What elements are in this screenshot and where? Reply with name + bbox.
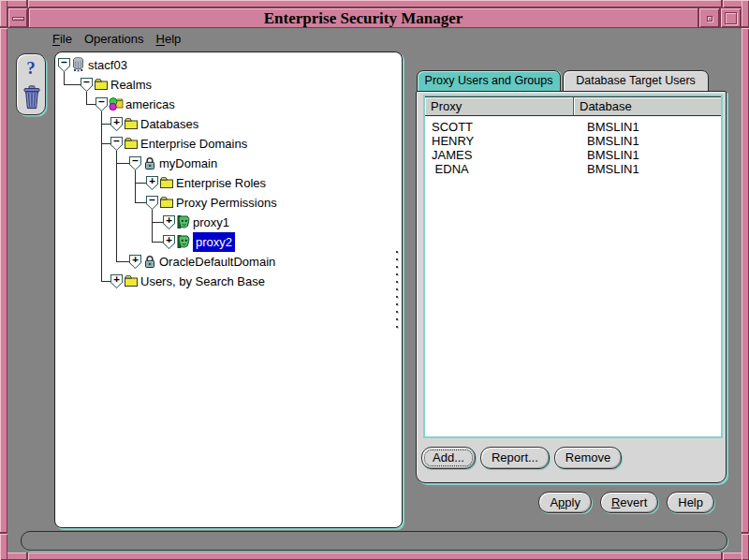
tree-node: −myDomain — [55, 154, 402, 173]
table-cell[interactable]: BMSLIN1 — [580, 162, 721, 176]
tree-expand-handle[interactable]: − — [58, 58, 70, 72]
tree-node-label[interactable]: Users, by Search Base — [140, 272, 265, 291]
menubar: FileOperationsHelp — [52, 32, 181, 47]
column-header-database: Database — [573, 97, 721, 115]
splitter-dot — [396, 251, 398, 253]
toolbar: ? — [16, 53, 46, 115]
folder-icon — [124, 136, 139, 151]
window-border-top[interactable] — [0, 0, 749, 7]
tree-expand-handle[interactable]: + — [110, 117, 123, 131]
apply-button[interactable]: Apply — [538, 492, 592, 513]
frame-notch — [0, 26, 7, 28]
iconify-icon — [707, 16, 712, 22]
dialog-actions: ApplyRevertHelp — [538, 492, 714, 513]
menu-file[interactable]: File — [52, 32, 72, 47]
tree-node-label[interactable]: proxy1 — [193, 213, 229, 232]
tree-node: −Realms — [55, 75, 402, 95]
tree-expand-handle[interactable]: + — [146, 176, 158, 190]
report-button[interactable]: Report... — [480, 447, 550, 469]
tree-expand-handle[interactable]: + — [110, 274, 123, 288]
tree-node-label[interactable]: OracleDefaultDomain — [159, 252, 275, 272]
iconify-button[interactable] — [698, 7, 720, 28]
splitter-dot — [396, 326, 398, 328]
mask-icon — [176, 214, 191, 229]
tree-node-label[interactable]: myDomain — [159, 154, 217, 173]
menu-help[interactable]: Help — [156, 32, 182, 47]
splitter-dot — [396, 311, 398, 313]
table-header-row: ProxyDatabase — [425, 96, 721, 116]
splitter-dot — [396, 296, 398, 298]
trash-icon[interactable] — [22, 85, 41, 110]
tree-expand-handle[interactable]: − — [81, 78, 93, 92]
tree-expand-handle[interactable]: + — [163, 215, 175, 229]
table-row[interactable]: JAMESBMSLIN1 — [425, 148, 721, 162]
maximize-button[interactable] — [720, 7, 742, 28]
column-header-proxy: Proxy — [425, 97, 573, 115]
tree-node-label[interactable]: proxy2 — [193, 232, 235, 252]
proxy-users-table: ProxyDatabase SCOTTBMSLIN1HENRYBMSLIN1JA… — [423, 95, 723, 438]
menu-operations[interactable]: Operations — [84, 32, 144, 47]
tree-node: +OracleDefaultDomain — [55, 252, 402, 272]
table-cell[interactable]: SCOTT — [425, 120, 580, 134]
tree-node: +Databases — [55, 114, 402, 134]
tree-node: −stacf03 — [55, 55, 402, 75]
navigator-tree[interactable]: −stacf03−Realms−americas+Databases−Enter… — [54, 52, 403, 528]
tree-node-label[interactable]: Proxy Permissions — [176, 193, 277, 213]
frame-notch — [721, 553, 723, 560]
table-row[interactable]: HENRYBMSLIN1 — [425, 134, 721, 148]
window-menu-button[interactable] — [7, 7, 28, 28]
tree-expand-handle[interactable]: − — [146, 196, 158, 210]
splitter-dot — [396, 303, 398, 305]
tree-node-label[interactable]: Enterprise Domains — [140, 134, 247, 154]
tree-expand-handle[interactable]: − — [110, 137, 123, 151]
frame-notch — [0, 532, 7, 534]
table-cell[interactable]: BMSLIN1 — [580, 120, 721, 134]
tree-node: +proxy1 — [55, 213, 402, 232]
tree-node: −Proxy Permissions — [55, 193, 402, 213]
table-cell[interactable]: EDNA — [425, 162, 580, 176]
tree-node-label[interactable]: Databases — [140, 114, 198, 134]
proxy-users-panel: ProxyDatabase SCOTTBMSLIN1HENRYBMSLIN1JA… — [416, 91, 727, 483]
splitter-dot — [396, 318, 398, 320]
tree-node-label[interactable]: Enterprise Roles — [176, 173, 266, 193]
tree-node: +Users, by Search Base — [55, 272, 402, 291]
maximize-icon — [725, 12, 737, 24]
help-icon[interactable]: ? — [17, 58, 45, 79]
frame-notch — [26, 0, 28, 7]
tree-node: −americas — [55, 95, 402, 114]
splitter-dot — [396, 273, 398, 275]
table-cell[interactable]: HENRY — [425, 134, 580, 148]
tree-node-label[interactable]: stacf03 — [88, 55, 127, 75]
tree-expand-handle[interactable]: − — [95, 97, 108, 111]
tab-database-target-users[interactable]: Database Target Users — [563, 70, 709, 92]
table-cell[interactable]: BMSLIN1 — [580, 148, 721, 162]
table-body: SCOTTBMSLIN1HENRYBMSLIN1JAMESBMSLIN1 EDN… — [425, 116, 721, 176]
help-button[interactable]: Help — [667, 492, 714, 513]
table-cell[interactable]: BMSLIN1 — [580, 134, 721, 148]
folder-icon — [159, 175, 174, 190]
tree-node-label[interactable]: americas — [125, 95, 175, 114]
window-border-bottom[interactable] — [0, 553, 749, 560]
remove-button[interactable]: Remove — [554, 447, 622, 469]
table-row[interactable]: EDNABMSLIN1 — [425, 162, 721, 176]
table-cell[interactable]: JAMES — [425, 148, 580, 162]
frame-notch — [721, 0, 723, 7]
table-row[interactable]: SCOTTBMSLIN1 — [425, 120, 721, 134]
splitter-dot — [396, 281, 398, 283]
tree-node: −Enterprise Domains — [55, 134, 402, 154]
tree-expand-handle[interactable]: + — [163, 235, 175, 249]
tree-node: +proxy2 — [55, 232, 402, 252]
tree-expand-handle[interactable]: − — [129, 156, 141, 170]
window-menu-dash-icon — [12, 17, 24, 21]
tab-proxy-users-and-groups[interactable]: Proxy Users and Groups — [417, 70, 561, 92]
add-button[interactable]: Add... — [421, 447, 476, 469]
window-border-right[interactable] — [742, 0, 749, 560]
tree-node-label[interactable]: Realms — [110, 75, 152, 95]
splitter-dot — [396, 258, 398, 260]
window-title[interactable]: Enterprise Security Manager — [28, 7, 698, 28]
frame-notch — [742, 532, 749, 534]
window-border-left[interactable] — [0, 0, 7, 560]
revert-button[interactable]: Revert — [600, 492, 658, 513]
tree-node: +Enterprise Roles — [55, 173, 402, 193]
tree-expand-handle[interactable]: + — [129, 255, 141, 269]
